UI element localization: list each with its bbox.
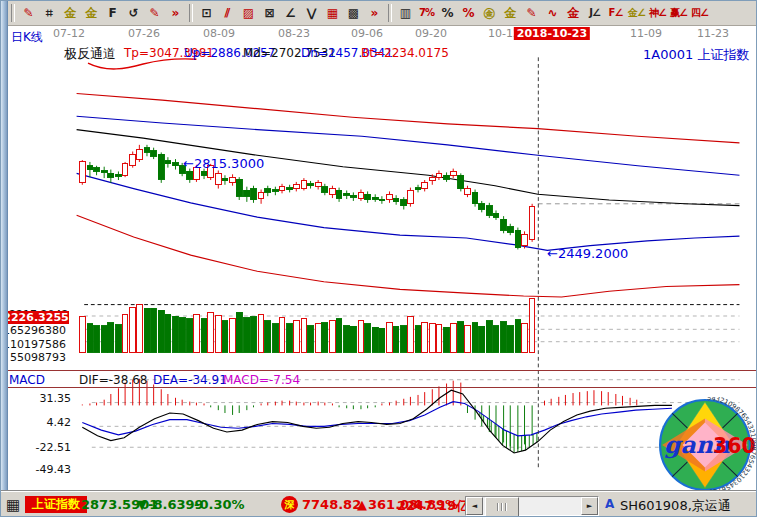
- spiral-grid-icon[interactable]: ↺: [123, 3, 144, 23]
- macd-axis-label: 31.35: [1, 392, 71, 405]
- percent-icon[interactable]: %: [437, 3, 458, 23]
- date-label: 07-12: [53, 27, 85, 40]
- select-box-icon[interactable]: ⊡: [196, 3, 217, 23]
- sz-value: 7748.82: [302, 497, 361, 512]
- occluded-price-label: 2217.2042: [9, 303, 73, 311]
- horizontal-scrollbar[interactable]: ◄ ►: [465, 496, 599, 516]
- date-label: 11-09: [630, 27, 662, 40]
- gold-grid2-icon[interactable]: 金: [81, 3, 102, 23]
- volume-axis-label: 55098793: [1, 351, 66, 364]
- chart-canvas[interactable]: [1, 25, 757, 491]
- draw-pen-icon[interactable]: ✎: [18, 3, 39, 23]
- toolbar-group-1: ✎⌗金金F↺✎»: [18, 3, 186, 23]
- f-angle-icon[interactable]: F∠: [605, 3, 626, 23]
- date-label: 08-09: [203, 27, 235, 40]
- j-angle-icon[interactable]: J∠: [584, 3, 605, 23]
- period-label: 日K线: [11, 29, 43, 46]
- percent-wave-icon[interactable]: 7%: [416, 3, 437, 23]
- stock-chart-window: ✎⌗金金F↺✎»⊡⫽▨⊠∠⋁▦▩»▥7%%%㊎金✎∿金J∠F∠金∠神∠赢∠四∠ …: [0, 0, 757, 517]
- grid-arrow-icon[interactable]: ▩: [343, 3, 364, 23]
- toolbar-separator: [189, 4, 193, 22]
- index-name-badge[interactable]: 上证指数: [25, 496, 87, 513]
- scrollbar-track[interactable]: [483, 497, 581, 515]
- pane-divider: [7, 387, 756, 388]
- date-label: 09-06: [351, 27, 383, 40]
- pen-volume-icon[interactable]: ✎: [521, 3, 542, 23]
- symbol-label: 1A0001 上证指数: [643, 46, 749, 64]
- data-table-icon[interactable]: ▦: [6, 496, 20, 514]
- macd-axis-label: 4.42: [1, 416, 71, 429]
- stock-type-icon: A: [605, 497, 614, 511]
- grid-icon[interactable]: ⌗: [39, 3, 60, 23]
- turnover-value: 2247.19亿: [397, 497, 469, 515]
- volume-axis-label: 165296380: [1, 324, 66, 337]
- date-label: 08-23: [278, 27, 310, 40]
- f-grid-icon[interactable]: F: [102, 3, 123, 23]
- more-draw-icon[interactable]: »: [364, 3, 385, 23]
- price-level-badge[interactable]: 2226.3255: [3, 311, 69, 324]
- stock-code-label[interactable]: SH601908,京运通: [620, 497, 731, 515]
- toolbar-separator: [11, 4, 15, 22]
- volume-axis-label: 110197586: [1, 338, 66, 351]
- box-fan-icon[interactable]: ▨: [238, 3, 259, 23]
- shenzhen-badge-icon[interactable]: 深: [281, 496, 298, 513]
- wave-lines-icon[interactable]: ∿: [542, 3, 563, 23]
- more-tools-icon[interactable]: »: [165, 3, 186, 23]
- indicator-name: 极反通道: [64, 45, 116, 63]
- percent-lines-icon[interactable]: %: [458, 3, 479, 23]
- high-price-annotation: ←2815.3000: [183, 156, 264, 171]
- pane-divider: [7, 370, 756, 371]
- dif-value: DIF=-38.68: [79, 373, 147, 387]
- gann360-logo: gann 360 5432109876543210987654321034567…: [655, 397, 757, 493]
- shen-angle-icon[interactable]: 神∠: [647, 3, 668, 23]
- toolbar-group-2: ⊡⫽▨⊠∠⋁▦▩»: [196, 3, 385, 23]
- si-angle-icon[interactable]: 四∠: [689, 3, 710, 23]
- date-label-current: 2018-10-23: [514, 27, 590, 40]
- gold-circle-icon[interactable]: ㊎: [479, 3, 500, 23]
- date-label: 07-26: [128, 27, 160, 40]
- gold-red-icon[interactable]: 金: [563, 3, 584, 23]
- gann-fan-icon[interactable]: ⫽: [217, 3, 238, 23]
- date-label: 09-20: [415, 27, 447, 40]
- low-price-annotation: ←2449.2000: [547, 246, 628, 261]
- angle-lines-icon[interactable]: ∠: [280, 3, 301, 23]
- status-bar: ▦ 上证指数 2873.5901 ▼ -8.6399 -0.30% 深 7748…: [1, 491, 757, 517]
- scroll-right-icon[interactable]: ►: [581, 497, 598, 515]
- macd-value: MACD=-7.54: [223, 373, 300, 387]
- volume-bars-icon[interactable]: ▥: [395, 3, 416, 23]
- bt-value: Bt=2234.0175: [361, 46, 449, 60]
- toolbar-group-3: ▥7%%%㊎金✎∿金J∠F∠金∠神∠赢∠四∠: [395, 3, 710, 23]
- scrollbar-thumb[interactable]: [485, 497, 519, 517]
- gold-lines-icon[interactable]: 金: [500, 3, 521, 23]
- index-change-pct: -0.30%: [194, 497, 245, 512]
- up-arrow-icon: ▲: [357, 497, 367, 512]
- macd-axis-label: -49.43: [1, 463, 71, 476]
- main-toolbar: ✎⌗金金F↺✎»⊡⫽▨⊠∠⋁▦▩»▥7%%%㊎金✎∿金J∠F∠金∠神∠赢∠四∠: [8, 1, 756, 26]
- date-label: 11-23: [697, 27, 729, 40]
- gold-angle-icon[interactable]: 金∠: [626, 3, 647, 23]
- dea-value: DEA=-34.91: [153, 373, 227, 387]
- macd-title: MACD: [9, 373, 45, 387]
- scroll-left-icon[interactable]: ◄: [466, 497, 483, 515]
- toolbar-separator: [388, 4, 392, 22]
- gold-grid-icon[interactable]: 金: [60, 3, 81, 23]
- macd-axis-label: -22.51: [1, 441, 71, 454]
- zigzag-icon[interactable]: ⋁: [301, 3, 322, 23]
- pen-grid-icon[interactable]: ✎: [144, 3, 165, 23]
- window-left-edge: [1, 1, 8, 517]
- box-lines-icon[interactable]: ⊠: [259, 3, 280, 23]
- ying-angle-icon[interactable]: 赢∠: [668, 3, 689, 23]
- red-grid-icon[interactable]: ▦: [322, 3, 343, 23]
- down-arrow-icon: ▼: [137, 497, 147, 512]
